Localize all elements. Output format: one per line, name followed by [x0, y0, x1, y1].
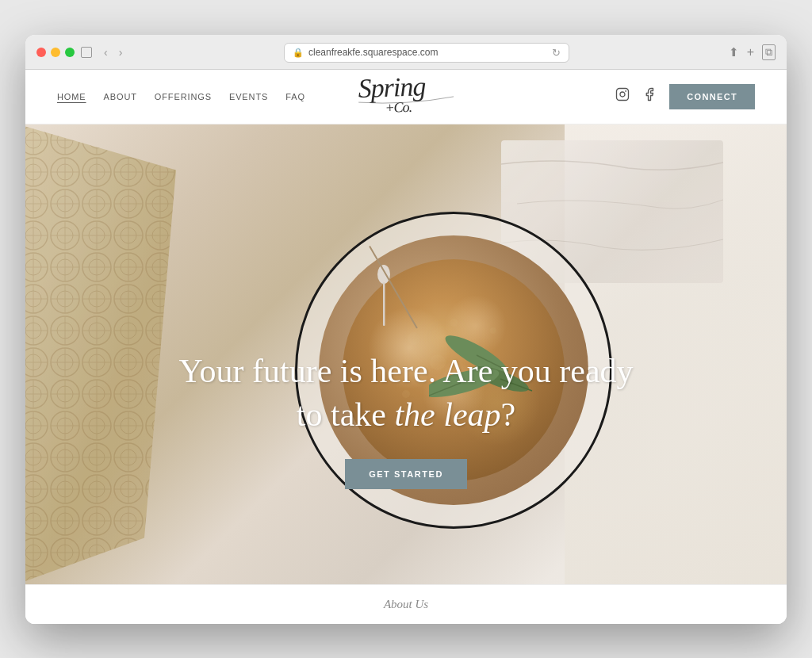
back-button[interactable]: ‹ [102, 44, 110, 60]
svg-text:Spring: Spring [358, 71, 426, 103]
reload-icon[interactable]: ↻ [552, 47, 561, 59]
nav-faq[interactable]: FAQ [285, 92, 305, 101]
main-nav: HOME ABOUT OFFERINGS EVENTS FAQ [57, 92, 305, 101]
about-teaser: About Us [25, 584, 787, 624]
fullscreen-button[interactable] [65, 48, 75, 57]
nav-about[interactable]: ABOUT [104, 92, 137, 101]
minimize-button[interactable] [51, 48, 60, 57]
svg-point-3 [620, 92, 625, 97]
tabs-icon[interactable]: ⧉ [762, 44, 776, 60]
facebook-icon[interactable] [642, 87, 657, 105]
about-teaser-text: About Us [384, 598, 428, 610]
logo-text: Spring +Co. [354, 60, 459, 132]
connect-button[interactable]: CONNeCT [669, 84, 755, 109]
share-icon[interactable]: ⬆ [729, 45, 739, 59]
svg-rect-2 [617, 89, 629, 101]
lock-icon: 🔒 [293, 48, 304, 58]
nav-home[interactable]: HOME [57, 92, 86, 101]
browser-actions: ⬆ + ⧉ [729, 44, 776, 60]
nav-offerings[interactable]: OFFERINGS [155, 92, 212, 101]
hero-title: Your future is here. Are you ready to ta… [25, 350, 787, 436]
svg-point-10 [408, 332, 420, 345]
forward-button[interactable]: › [117, 44, 125, 60]
svg-rect-25 [383, 282, 385, 326]
hero-content: Your future is here. Are you ready to ta… [25, 350, 787, 488]
logo-svg: Spring +Co. [354, 60, 459, 127]
website-content: HOME ABOUT OFFERINGS EVENTS FAQ Spring +… [25, 70, 787, 624]
svg-point-11 [450, 319, 458, 327]
get-started-button[interactable]: GET STARTED [345, 459, 467, 489]
svg-point-4 [626, 90, 627, 92]
close-button[interactable] [36, 48, 46, 57]
site-header: HOME ABOUT OFFERINGS EVENTS FAQ Spring +… [25, 70, 787, 124]
nav-right: CONNeCT [615, 84, 755, 109]
browser-window: ‹ › 🔒 cleanfreakfe.squarespace.com ↻ ⬆ +… [25, 35, 787, 624]
svg-text:+Co.: +Co. [385, 98, 412, 115]
url-text: cleanfreakfe.squarespace.com [308, 47, 438, 58]
site-logo[interactable]: Spring +Co. [354, 63, 458, 131]
window-icon [81, 47, 92, 58]
hero-section: Your future is here. Are you ready to ta… [25, 124, 787, 584]
traffic-lights [36, 48, 75, 57]
instagram-icon[interactable] [615, 87, 630, 105]
address-bar[interactable]: 🔒 cleanfreakfe.squarespace.com ↻ [284, 43, 569, 63]
nav-events[interactable]: EVENTS [229, 92, 268, 101]
new-tab-icon[interactable]: + [747, 45, 754, 59]
